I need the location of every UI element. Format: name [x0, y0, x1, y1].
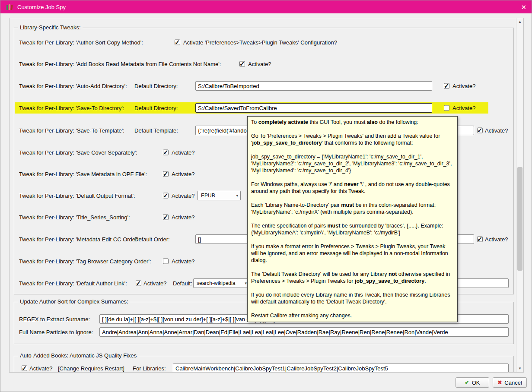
tooltip-paragraph: Restart Calibre after making any changes…: [251, 312, 454, 319]
tooltip-paragraph: The 'Default Tweak Directory' will be us…: [251, 271, 454, 285]
tweak-label: Tweak for Per-Library: 'Default Author L…: [19, 280, 127, 287]
tweak-row-save-to-directory: Tweak for Per-Library: 'Save-To Director…: [10, 102, 515, 114]
auto-added-activate-label: Activate?: [29, 365, 52, 372]
author-link-dropdown[interactable]: search-wikipedia ▾: [193, 278, 249, 288]
field-label: Default Order:: [134, 236, 170, 243]
activate-checkbox[interactable]: [163, 171, 169, 177]
cancel-button-label: Cancel: [504, 379, 522, 386]
activate-checkbox[interactable]: [163, 193, 169, 199]
tweak-label: Tweak for Per-Library: 'Tag Browser Cate…: [19, 258, 151, 265]
field-label: Default Template:: [134, 127, 178, 134]
tweak-label: Tweak for Per-Library: 'Author Sort Copy…: [19, 39, 143, 46]
tweak-label: Tweak for Per-Library: 'Save-To Template…: [19, 127, 124, 134]
tweak-label: Tweak for Per-Library: 'Save-To Director…: [19, 105, 124, 111]
activate-label: Activate?: [248, 61, 271, 67]
save-to-directory-input[interactable]: [195, 103, 432, 113]
activate-checkbox[interactable]: [163, 215, 169, 220]
vertical-scrollbar[interactable]: ▲ ▼: [516, 18, 523, 372]
chevron-down-icon: ▾: [233, 193, 238, 198]
activate-checkbox[interactable]: [163, 259, 169, 264]
name-particles-row: Full Name Particles to Ignore:: [10, 326, 515, 338]
activate-label: Activate?: [485, 127, 508, 134]
tweak-label: Tweak for Per-Library: 'Metadata Edit CC…: [19, 236, 140, 243]
group-library-tweaks-label: Library-Specific Tweaks:: [18, 24, 83, 31]
activate-checkbox[interactable]: [444, 83, 449, 89]
tooltip-body: To completely activate this GUI Tool, yo…: [251, 119, 454, 319]
auto-added-activate-checkbox[interactable]: [22, 366, 27, 371]
field-label: Default Directory:: [134, 83, 178, 89]
restart-note: [Change Requires Restart]: [58, 365, 124, 372]
tweak-label: Tweak for Per-Library: 'Save Metadata in…: [19, 171, 147, 177]
dialog-window: Customize Job Spy ✕ Library-Specific Twe…: [0, 0, 532, 392]
output-format-value: EPUB: [201, 193, 215, 199]
tooltip-paragraph: If you do not include every Library name…: [251, 291, 454, 305]
tooltip-paragraph: job_spy_save_to_directory = {'MyLibraryN…: [251, 153, 454, 174]
activate-label: Activate?: [485, 236, 508, 243]
window-title: Customize Job Spy: [17, 4, 66, 10]
activate-label: Activate?: [452, 83, 475, 89]
tweak-label: Tweak for Per-Library: 'Title_Series_Sor…: [19, 214, 130, 221]
close-icon[interactable]: ✕: [521, 4, 526, 10]
regex-surname-label: REGEX to Extract Surname:: [19, 316, 90, 322]
activate-checkbox[interactable]: [136, 281, 141, 286]
activate-label: Activate?: [172, 193, 194, 199]
chevron-down-icon: ▾: [241, 281, 247, 285]
ok-check-icon: ✔: [465, 379, 469, 386]
activate-checkbox[interactable]: [477, 128, 483, 133]
name-particles-label: Full Name Particles to Ignore:: [19, 329, 93, 335]
tweak-row-auto-add-directory: Tweak for Per-Library: 'Auto-Add Directo…: [10, 80, 515, 92]
scrollbar-thumb[interactable]: [517, 167, 522, 271]
tweak-label: Tweak for Per-Library: 'Auto-Add Directo…: [19, 83, 127, 89]
auto-added-row: Activate? [Change Requires Restart] For …: [10, 363, 515, 373]
output-format-dropdown[interactable]: EPUB ▾: [198, 191, 241, 200]
activate-label: Activate?: [172, 214, 194, 221]
tooltip-paragraph: To completely activate this GUI Tool, yo…: [251, 119, 454, 126]
activate-checkbox[interactable]: [163, 150, 169, 155]
scroll-up-icon[interactable]: ▲: [516, 19, 523, 25]
group-author-sort-label: Update Author Sort for Complex Surnames:: [18, 298, 130, 305]
ok-button[interactable]: ✔ OK: [456, 377, 489, 388]
tweak-row-author-sort-copy-method: Tweak for Per-Library: 'Author Sort Copy…: [10, 37, 515, 48]
tooltip-paragraph: The entire specification of pairs must b…: [251, 222, 454, 236]
tweak-label: Tweak for Per-Library: 'Default Output F…: [19, 193, 135, 199]
activate-label: Activate 'Preferences>Tweaks>Plugin Twea…: [183, 39, 337, 46]
group-auto-added-label: Auto-Added Books: Automatic JS Quality F…: [18, 352, 138, 359]
activate-checkbox[interactable]: [175, 40, 180, 45]
activate-label: Activate?: [172, 171, 194, 177]
for-libraries-input[interactable]: [173, 364, 509, 373]
ok-button-label: OK: [472, 379, 480, 386]
scroll-area: Library-Specific Tweaks: Tweak for Per-L…: [9, 18, 524, 373]
cancel-x-icon: ✖: [497, 379, 502, 386]
activate-label: Activate?: [172, 258, 194, 265]
tooltip-paragraph: For Windows paths, always use '/' and ne…: [251, 181, 454, 195]
tooltip: To completely activate this GUI Tool, yo…: [247, 116, 458, 322]
cancel-button[interactable]: ✖ Cancel: [493, 377, 527, 388]
app-icon: [6, 3, 13, 11]
tweak-label: Tweak for Per-Library: 'Add Books Read M…: [19, 61, 221, 67]
activate-checkbox[interactable]: [477, 237, 483, 242]
tooltip-paragraph: Go To 'Preferences > Tweaks > Plugin Twe…: [251, 133, 454, 146]
tooltip-paragraph: If you make a format error in Preference…: [251, 243, 454, 264]
default-label: Default:: [173, 280, 192, 287]
activate-label: Activate?: [143, 280, 166, 287]
tweak-label: Tweak for Per-Library: 'Save Cover Separ…: [19, 149, 137, 156]
scroll-down-icon[interactable]: ▼: [516, 365, 523, 372]
auto-add-directory-input[interactable]: [195, 81, 432, 91]
name-particles-input[interactable]: [99, 327, 509, 337]
field-label: Default Directory:: [134, 105, 178, 111]
tooltip-paragraph: Each 'Library Name-to-Directory' pair mu…: [251, 202, 454, 215]
activate-checkbox[interactable]: [239, 61, 245, 67]
activate-label: Activate?: [172, 149, 194, 156]
titlebar: Customize Job Spy ✕: [0, 0, 532, 13]
activate-checkbox[interactable]: [444, 105, 449, 111]
for-libraries-label: For Libraries:: [133, 365, 166, 372]
author-link-value: search-wikipedia: [197, 280, 235, 286]
tweak-row-add-books-read-metadata: Tweak for Per-Library: 'Add Books Read M…: [10, 58, 515, 70]
activate-label: Activate?: [452, 105, 475, 111]
